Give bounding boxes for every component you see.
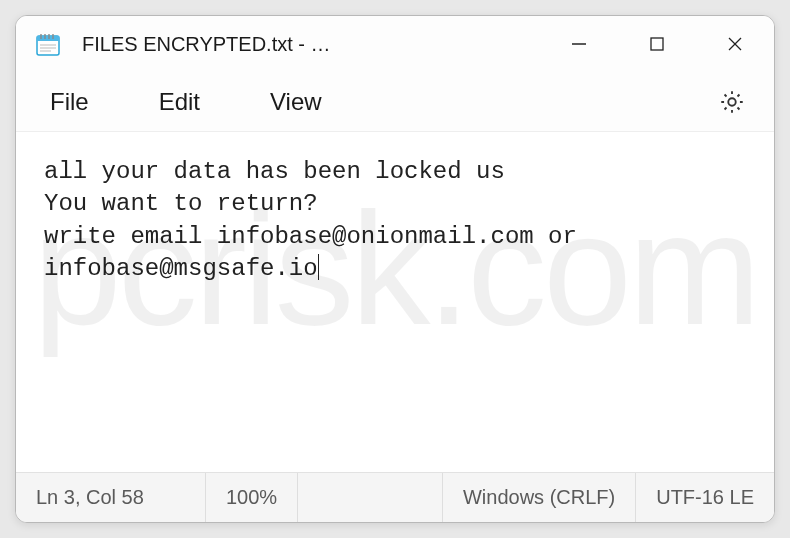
close-button[interactable] <box>696 16 774 72</box>
text-cursor <box>318 254 320 280</box>
titlebar: FILES ENCRYPTED.txt - … <box>16 16 774 72</box>
svg-rect-10 <box>651 38 663 50</box>
statusbar: Ln 3, Col 58 100% Windows (CRLF) UTF-16 … <box>16 472 774 522</box>
maximize-button[interactable] <box>618 16 696 72</box>
status-position: Ln 3, Col 58 <box>16 473 206 522</box>
status-eol: Windows (CRLF) <box>443 473 636 522</box>
window-title: FILES ENCRYPTED.txt - … <box>82 33 331 56</box>
settings-button[interactable] <box>718 88 746 116</box>
menubar: File Edit View <box>16 72 774 132</box>
svg-point-13 <box>728 98 735 105</box>
text-editor[interactable]: all your data has been locked us You wan… <box>16 132 774 472</box>
menu-file[interactable]: File <box>50 88 89 116</box>
window-controls <box>540 16 774 72</box>
status-zoom[interactable]: 100% <box>206 473 298 522</box>
status-encoding: UTF-16 LE <box>636 473 774 522</box>
notepad-icon <box>34 30 62 58</box>
text-line-1: all your data has been locked us <box>44 158 505 185</box>
minimize-button[interactable] <box>540 16 618 72</box>
menu-edit[interactable]: Edit <box>159 88 200 116</box>
svg-rect-1 <box>37 36 59 41</box>
menu-view[interactable]: View <box>270 88 322 116</box>
text-line-2: You want to return? <box>44 190 318 217</box>
notepad-window: FILES ENCRYPTED.txt - … File Edit View a… <box>15 15 775 523</box>
